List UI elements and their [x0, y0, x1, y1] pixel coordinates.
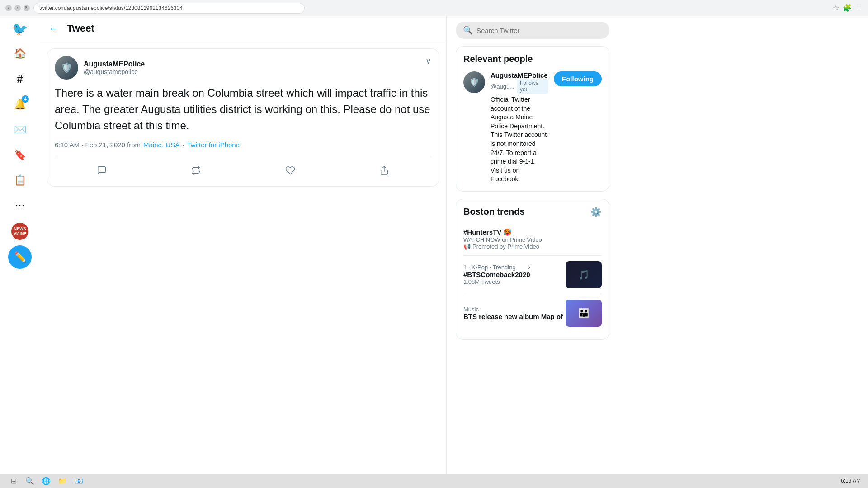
- back-arrow-icon: ←: [49, 23, 58, 33]
- start-button[interactable]: ⊞: [7, 474, 20, 487]
- relevant-person-name[interactable]: AugustaMEPolice: [491, 71, 548, 79]
- relevant-person-handle-row: @augu... Follows you: [491, 79, 548, 94]
- trend-item-hunters[interactable]: #HuntersTV 🥵 WATCH NOW on Prime Video 📢 …: [463, 223, 602, 256]
- trends-title: Boston trends: [463, 206, 525, 217]
- compose-icon: ✏️: [14, 251, 26, 263]
- tweet-source-link[interactable]: Twitter for iPhone: [187, 141, 240, 149]
- page-title: Tweet: [67, 23, 94, 34]
- tweet-user-row: 🛡️ AugustaMEPolice @augustamepolice ∨: [55, 56, 431, 80]
- notification-badge: 4: [22, 95, 29, 103]
- url-bar[interactable]: twitter.com/augustamepolice/status/12308…: [33, 3, 305, 14]
- share-button[interactable]: [372, 162, 396, 179]
- search-bar[interactable]: 🔍: [456, 22, 609, 39]
- sidebar-item-notifications[interactable]: 🔔 4: [8, 93, 32, 116]
- trends-widget: Boston trends ⚙️ #HuntersTV 🥵 WATCH NOW …: [456, 199, 609, 340]
- compose-button[interactable]: ✏️: [8, 245, 32, 269]
- browser-icons: ☆ 🧩 ⋮: [833, 4, 863, 12]
- trends-header: Boston trends ⚙️: [463, 206, 602, 217]
- tweet-handle[interactable]: @augustamepolice: [84, 68, 145, 75]
- taskbar-files[interactable]: 📁: [56, 474, 69, 487]
- chevron-down-icon[interactable]: ∨: [425, 56, 431, 66]
- relevant-person-info: AugustaMEPolice @augu... Follows you Off…: [491, 71, 548, 184]
- browser-back[interactable]: ‹: [5, 5, 12, 11]
- user-avatar[interactable]: NEWSMAINE: [11, 223, 28, 240]
- relevant-person-handle: @augu...: [491, 83, 514, 90]
- browser-bar: ‹ › ↻ twitter.com/augustamepolice/status…: [0, 0, 868, 16]
- url-text: twitter.com/augustamepolice/status/12308…: [39, 5, 183, 11]
- trend-bts-category: 1 · K-Pop · Trending: [463, 264, 516, 271]
- home-icon: 🏠: [14, 48, 26, 60]
- taskbar-chrome[interactable]: 🌐: [40, 474, 52, 487]
- trend-music-meta: Music: [463, 306, 563, 313]
- tweet-separator: ·: [182, 141, 184, 149]
- promoted-icon: 📢: [463, 243, 471, 250]
- tweet-actions: [55, 156, 431, 179]
- back-button[interactable]: ←: [49, 23, 58, 34]
- trend-bts-content: 1 · K-Pop · Trending › #BTSComeback2020 …: [463, 264, 530, 285]
- taskbar-search[interactable]: 🔍: [24, 474, 36, 487]
- lists-icon: 📋: [14, 174, 26, 186]
- trend-hunters-sub: WATCH NOW on Prime Video: [463, 236, 602, 243]
- bookmark-icon: 🔖: [14, 149, 26, 161]
- main-content: ← Tweet 🛡️ AugustaMEPolice @augustamepol…: [40, 16, 447, 488]
- trend-item-music[interactable]: Music BTS release new album Map of 👨‍👨‍👦: [463, 294, 602, 332]
- tweet-meta: 6:10 AM · Feb 21, 2020 from Maine, USA ·…: [55, 141, 431, 149]
- tweet-user-text: AugustaMEPolice @augustamepolice: [84, 60, 145, 75]
- sidebar-item-messages[interactable]: ✉️: [8, 118, 32, 141]
- heart-icon: [285, 165, 295, 175]
- sidebar-item-bookmarks[interactable]: 🔖: [8, 143, 32, 167]
- extension-icon[interactable]: 🧩: [843, 4, 852, 12]
- trend-music-content: Music BTS release new album Map of: [463, 306, 563, 320]
- tweet-card: 🛡️ AugustaMEPolice @augustamepolice ∨ Th…: [47, 48, 439, 187]
- trend-hunters-name: #HuntersTV 🥵: [463, 228, 602, 236]
- twitter-app: 🐦 🏠 # 🔔 4 ✉️ 🔖 📋 ⋯ NEWSMAINE ✏️: [0, 16, 868, 488]
- twitter-bird-icon: 🐦: [12, 22, 28, 36]
- follows-you-badge: Follows you: [517, 79, 548, 94]
- tweet-timestamp: 6:10 AM · Feb 21, 2020 from: [55, 141, 141, 149]
- relevant-person: 🛡️ AugustaMEPolice @augu... Follows you …: [463, 71, 602, 184]
- browser-refresh[interactable]: ↻: [24, 5, 30, 11]
- sidebar-item-more[interactable]: ⋯: [8, 194, 32, 217]
- relevant-people-title: Relevant people: [463, 54, 602, 64]
- tweet-location-link[interactable]: Maine, USA: [143, 141, 179, 149]
- taskbar: ⊞ 🔍 🌐 📁 📧 6:19 AM: [0, 474, 868, 488]
- avatar-initials: NEWSMAINE: [14, 226, 27, 236]
- trend-item-bts[interactable]: 1 · K-Pop · Trending › #BTSComeback2020 …: [463, 256, 602, 294]
- relevant-people-widget: Relevant people 🛡️ AugustaMEPolice @augu…: [456, 46, 609, 192]
- tweet-username[interactable]: AugustaMEPolice: [84, 60, 145, 68]
- bookmark-star-icon[interactable]: ☆: [833, 4, 839, 12]
- reply-icon: [97, 165, 107, 175]
- relevant-person-bio: Official Twitter account of the Augusta …: [491, 95, 548, 184]
- share-icon: [379, 165, 389, 175]
- like-button[interactable]: [278, 162, 302, 179]
- retweet-button[interactable]: [184, 162, 208, 179]
- trend-hunters-promoted: 📢 Promoted by Prime Video: [463, 243, 602, 250]
- gear-icon[interactable]: ⚙️: [590, 206, 602, 217]
- hashtag-icon: #: [17, 73, 23, 85]
- search-input[interactable]: [476, 27, 602, 34]
- sidebar-item-lists[interactable]: 📋: [8, 169, 32, 192]
- more-icon: ⋯: [15, 200, 25, 211]
- sidebar-item-explore[interactable]: #: [8, 67, 32, 91]
- taskbar-mail[interactable]: 📧: [72, 474, 85, 487]
- twitter-logo[interactable]: 🐦: [12, 22, 28, 37]
- trend-music-name: BTS release new album Map of: [463, 313, 563, 320]
- reply-button[interactable]: [90, 162, 114, 179]
- trend-bts-count: 1.08M Tweets: [463, 278, 530, 285]
- tweet-header: ← Tweet: [40, 16, 446, 41]
- trend-bts-meta: 1 · K-Pop · Trending ›: [463, 264, 530, 271]
- right-sidebar: 🔍 Relevant people 🛡️ AugustaMEPolice @au…: [447, 16, 618, 488]
- following-button[interactable]: Following: [554, 71, 602, 86]
- sidebar-item-home[interactable]: 🏠: [8, 42, 32, 66]
- relevant-person-avatar[interactable]: 🛡️: [463, 71, 485, 93]
- trend-music-image: 👨‍👨‍👦: [566, 300, 602, 327]
- trend-chevron-icon[interactable]: ›: [528, 264, 530, 271]
- browser-controls: ‹ › ↻: [5, 5, 30, 11]
- tweet-text: There is a water main break on Columbia …: [55, 85, 431, 134]
- browser-forward[interactable]: ›: [14, 5, 21, 11]
- tweet-user-info: 🛡️ AugustaMEPolice @augustamepolice: [55, 56, 145, 80]
- menu-icon[interactable]: ⋮: [855, 4, 863, 12]
- tweet-avatar[interactable]: 🛡️: [55, 56, 78, 80]
- mail-icon: ✉️: [14, 124, 26, 136]
- retweet-icon: [191, 165, 201, 175]
